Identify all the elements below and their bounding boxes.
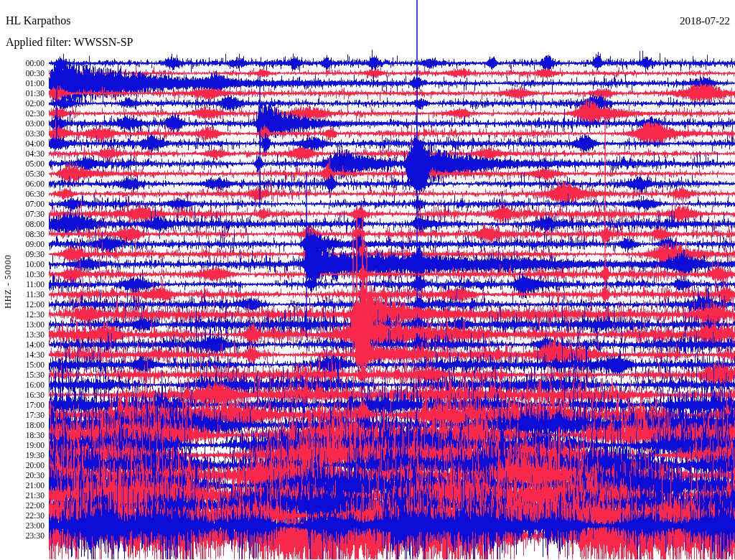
time-label: 02:00 [0,100,45,108]
time-label: 16:30 [0,391,45,399]
time-label: 08:30 [0,230,45,238]
time-label: 12:30 [0,311,45,319]
time-label: 17:00 [0,401,45,409]
time-label: 04:00 [0,140,45,148]
time-label: 16:00 [0,381,45,389]
time-label: 09:30 [0,251,45,258]
time-label: 01:00 [0,80,45,88]
time-label: 17:30 [0,411,45,419]
time-label: 09:00 [0,241,45,248]
time-label: 18:00 [0,421,45,429]
time-label: 19:00 [0,442,45,449]
time-label: 23:00 [0,522,45,530]
station-name: HL Karpathos [6,14,71,27]
helicorder-canvas [0,0,735,560]
time-label: 15:30 [0,371,45,379]
time-label: 14:30 [0,351,45,359]
time-label: 08:00 [0,220,45,228]
date-label: 2018-07-22 [680,15,730,27]
time-label: 01:30 [0,90,45,98]
time-label: 03:00 [0,120,45,128]
time-label: 13:30 [0,331,45,339]
time-label: 11:00 [0,281,45,289]
time-label: 14:00 [0,341,45,349]
time-label: 13:00 [0,321,45,329]
time-label: 20:00 [0,462,45,470]
time-label: 07:00 [0,200,45,208]
time-label: 22:30 [0,512,45,520]
helicorder-page: HL Karpathos Applied filter: WWSSN-SP 20… [0,0,735,560]
time-label: 02:30 [0,110,45,118]
time-label: 06:30 [0,190,45,198]
time-label: 00:30 [0,70,45,78]
time-label: 11:30 [0,291,45,299]
time-label: 21:30 [0,492,45,500]
time-label: 18:30 [0,431,45,439]
time-label: 15:00 [0,361,45,369]
time-label: 05:00 [0,160,45,168]
time-label: 20:30 [0,472,45,480]
time-label: 19:30 [0,452,45,459]
time-label: 21:00 [0,482,45,490]
time-label: 10:00 [0,261,45,269]
time-label: 03:30 [0,130,45,138]
time-label: 22:00 [0,502,45,510]
time-label: 05:30 [0,170,45,178]
time-label: 10:30 [0,271,45,279]
time-label: 00:00 [0,60,45,67]
time-label: 12:00 [0,301,45,309]
time-label: 04:30 [0,150,45,158]
time-label: 07:30 [0,210,45,218]
time-label: 06:00 [0,180,45,188]
time-label: 23:30 [0,532,45,540]
filter-label: Applied filter: WWSSN-SP [6,36,133,49]
